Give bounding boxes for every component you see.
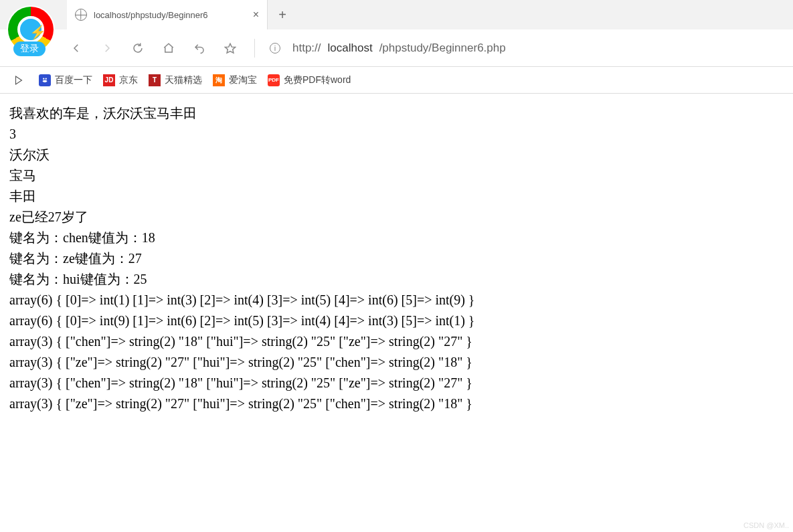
bookmark-baidu[interactable]: 百度一下 [39, 74, 92, 86]
reload-button[interactable] [128, 39, 147, 58]
bookmark-aitaobao[interactable]: 淘 爱淘宝 [213, 74, 257, 86]
bookmark-label: 爱淘宝 [229, 74, 257, 86]
url-host: localhost [328, 41, 373, 55]
star-icon[interactable] [221, 39, 240, 58]
bookmark-icon: T [149, 74, 161, 86]
svg-marker-0 [226, 43, 236, 53]
bolt-icon: ⚡ [29, 24, 46, 40]
svg-point-2 [43, 78, 44, 79]
output-line: array(3) { ["chen"]=> string(2) "18" ["h… [9, 373, 784, 393]
watermark: CSDN @XM.. [743, 521, 789, 529]
tab-active[interactable]: localhost/phpstudy/Beginner6 × [67, 0, 268, 29]
output-line: array(3) { ["ze"]=> string(2) "27" ["hui… [9, 352, 784, 373]
output-line: 键名为：hui键值为：25 [9, 269, 784, 290]
back-button[interactable] [67, 39, 86, 58]
close-icon[interactable]: × [253, 9, 259, 21]
undo-button[interactable] [190, 39, 209, 58]
login-button[interactable]: 登录 [13, 41, 46, 56]
output-line: 我喜欢的车是，沃尔沃宝马丰田 [9, 103, 784, 124]
bookmark-jd[interactable]: JD 京东 [103, 74, 138, 86]
output-line: 3 [9, 124, 784, 145]
bookmark-icon: JD [103, 74, 115, 86]
output-line: 丰田 [9, 186, 784, 207]
bookmark-label: 百度一下 [55, 74, 92, 86]
site-info-icon[interactable]: i [270, 43, 280, 54]
output-line: ze已经27岁了 [9, 207, 784, 228]
url-path: /phpstudy/Beginner6.php [379, 41, 506, 55]
output-line: array(6) { [0]=> int(9) [1]=> int(6) [2]… [9, 311, 784, 331]
bookmarks-bar: 百度一下 JD 京东 T 天猫精选 淘 爱淘宝 PDF 免费PDF转word [0, 67, 793, 94]
bookmark-label: 京东 [119, 74, 138, 86]
svg-marker-1 [16, 76, 22, 84]
url-display[interactable]: http://localhost/phpstudy/Beginner6.php [292, 41, 506, 55]
profile-badge[interactable]: ⚡ 登录 [7, 5, 55, 54]
output-line: array(6) { [0]=> int(1) [1]=> int(3) [2]… [9, 290, 784, 311]
svg-point-3 [46, 78, 47, 79]
output-line: 键名为：chen键值为：18 [9, 228, 784, 248]
address-bar: i http://localhost/phpstudy/Beginner6.ph… [0, 29, 793, 67]
tab-title: localhost/phpstudy/Beginner6 [94, 10, 246, 20]
output-line: 宝马 [9, 165, 784, 186]
bookmark-icon [39, 74, 51, 86]
forward-button[interactable] [98, 39, 116, 58]
output-line: array(3) { ["chen"]=> string(2) "18" ["h… [9, 331, 784, 352]
output-line: array(3) { ["ze"]=> string(2) "27" ["hui… [9, 393, 784, 414]
output-line: 沃尔沃 [9, 145, 784, 165]
bookmark-tmall[interactable]: T 天猫精选 [149, 74, 202, 86]
page-content: 我喜欢的车是，沃尔沃宝马丰田3沃尔沃宝马丰田ze已经27岁了键名为：chen键值… [0, 94, 793, 424]
bookmark-label: 天猫精选 [165, 74, 202, 86]
bookmark-pdf[interactable]: PDF 免费PDF转word [268, 74, 351, 86]
new-tab-button[interactable]: + [268, 0, 297, 29]
output-line: 键名为：ze键值为：27 [9, 248, 784, 269]
bookmark-icon: PDF [268, 74, 280, 86]
url-protocol: http:// [292, 41, 321, 55]
bookmark-icon: 淘 [213, 74, 225, 86]
divider [254, 39, 255, 58]
tab-bar: localhost/phpstudy/Beginner6 × + [0, 0, 793, 29]
bookmark-label: 免费PDF转word [284, 74, 351, 86]
globe-icon [75, 9, 87, 21]
extensions-icon[interactable] [9, 71, 28, 90]
home-button[interactable] [159, 39, 178, 58]
